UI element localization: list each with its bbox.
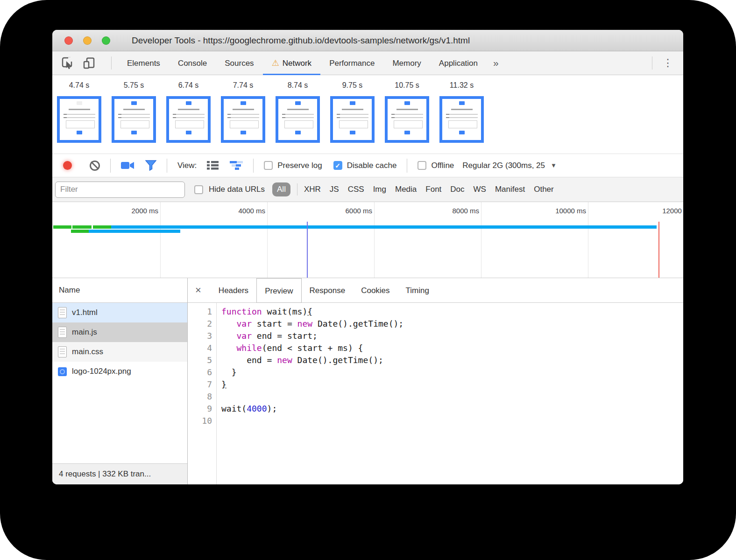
tab-memory[interactable]: Memory xyxy=(383,51,430,75)
name-column-header[interactable]: Name xyxy=(52,278,187,303)
devtools-menu-icon[interactable]: ⋮ xyxy=(659,57,677,69)
thumbnail-sketch xyxy=(175,120,204,128)
file-row-v1-html[interactable]: v1.html xyxy=(52,303,187,322)
filter-type-doc[interactable]: Doc xyxy=(450,185,464,194)
frame-thumbnail[interactable] xyxy=(330,96,375,143)
disable-cache-checkbox[interactable]: ✓ xyxy=(333,161,342,170)
main-toolbar: ElementsConsoleSources⚠NetworkPerformanc… xyxy=(52,51,683,75)
detail-tab-response[interactable]: Response xyxy=(302,278,354,303)
device-toolbar-icon[interactable] xyxy=(83,57,95,69)
code-token: new xyxy=(297,319,313,329)
frame-thumbnail[interactable] xyxy=(221,96,265,143)
filter-type-img[interactable]: Img xyxy=(373,185,386,194)
list-view-icon[interactable] xyxy=(207,161,219,170)
caret-down-icon[interactable]: ▼ xyxy=(551,162,557,169)
throttling-select[interactable]: Regular 2G (300ms, 25 xyxy=(462,161,545,170)
inspect-element-icon[interactable] xyxy=(62,57,74,69)
filter-divider xyxy=(297,183,297,196)
toolbar-divider xyxy=(167,159,167,173)
tab-application[interactable]: Application xyxy=(430,51,487,75)
line-number: 4 xyxy=(188,342,212,354)
code-line: while(end < start + ms) { xyxy=(221,342,683,354)
frame-thumbnail[interactable] xyxy=(57,96,101,143)
file-row-logo-1024px-png[interactable]: logo-1024px.png xyxy=(52,362,187,381)
detail-tab-timing[interactable]: Timing xyxy=(398,278,437,303)
thumbnail-sketch xyxy=(459,101,465,105)
code-token xyxy=(221,319,237,329)
filmstrip-frame[interactable]: 8.74 s xyxy=(276,81,320,154)
code-token xyxy=(221,331,237,341)
zoom-window-button[interactable] xyxy=(102,36,110,45)
filmstrip-frame[interactable]: 5.75 s xyxy=(112,81,156,154)
filmstrip-frame[interactable]: 7.74 s xyxy=(221,81,265,154)
panel-tabs: ElementsConsoleSources⚠NetworkPerformanc… xyxy=(118,51,487,75)
filmstrip-frame[interactable]: 9.75 s xyxy=(330,81,375,154)
filter-type-font[interactable]: Font xyxy=(425,185,441,194)
disable-cache-label[interactable]: Disable cache xyxy=(347,161,397,170)
filmstrip-frame[interactable]: 11.32 s xyxy=(439,81,484,154)
more-tabs-button[interactable]: » xyxy=(487,57,505,69)
hide-data-urls-label[interactable]: Hide data URLs xyxy=(209,185,265,194)
network-toolbar: View: Preserve log ✓ Disable cache Offli… xyxy=(52,154,683,177)
thumbnail-sketch xyxy=(282,114,314,115)
tab-performance[interactable]: Performance xyxy=(320,51,383,75)
filter-type-media[interactable]: Media xyxy=(395,185,417,194)
filmstrip-frame[interactable]: 4.74 s xyxy=(57,81,101,154)
thumbnail-sketch xyxy=(178,109,199,110)
thumbnail-sketch xyxy=(337,114,368,115)
filter-input[interactable] xyxy=(55,182,185,198)
clear-icon[interactable] xyxy=(90,161,100,171)
detail-tab-preview[interactable]: Preview xyxy=(256,278,301,303)
thumbnail-sketch xyxy=(241,101,246,105)
filter-type-all[interactable]: All xyxy=(272,182,290,196)
filmstrip-frame[interactable]: 10.75 s xyxy=(385,81,429,154)
thumbnail-sketch xyxy=(337,117,368,118)
file-row-main-css[interactable]: main.css xyxy=(52,342,187,362)
filter-type-ws[interactable]: WS xyxy=(474,185,486,194)
tab-elements[interactable]: Elements xyxy=(118,51,169,75)
preserve-log-checkbox[interactable] xyxy=(264,161,273,170)
filter-type-css[interactable]: CSS xyxy=(348,185,364,194)
filmstrip-frame[interactable]: 6.74 s xyxy=(166,81,211,154)
code-line: function wait(ms){ xyxy=(221,306,683,318)
thumbnail-sketch xyxy=(295,131,301,134)
thumbnail-sketch xyxy=(131,101,137,105)
capture-screenshots-icon[interactable] xyxy=(121,161,134,170)
timeline-overview[interactable]: 2000 ms4000 ms6000 ms8000 ms10000 ms1200… xyxy=(52,202,683,278)
tab-console[interactable]: Console xyxy=(169,51,216,75)
record-button[interactable] xyxy=(63,161,72,170)
filter-type-js[interactable]: JS xyxy=(330,185,339,194)
detail-tab-headers[interactable]: Headers xyxy=(211,278,256,303)
thumbnail-sketch xyxy=(350,101,355,105)
filter-type-manifest[interactable]: Manifest xyxy=(495,185,525,194)
frame-thumbnail[interactable] xyxy=(112,96,156,143)
waterfall-view-icon[interactable] xyxy=(230,161,243,170)
code-token: } xyxy=(221,367,237,377)
close-window-button[interactable] xyxy=(64,36,73,45)
filter-type-other[interactable]: Other xyxy=(534,185,554,194)
close-icon[interactable]: × xyxy=(195,284,201,296)
thumbnail-sketch xyxy=(131,131,137,134)
frame-thumbnail[interactable] xyxy=(439,96,484,143)
offline-label[interactable]: Offline xyxy=(431,161,454,170)
tab-sources[interactable]: Sources xyxy=(216,51,262,75)
thumbnail-sketch xyxy=(284,120,313,128)
minimize-window-button[interactable] xyxy=(83,36,92,45)
frame-timestamp: 10.75 s xyxy=(385,81,429,91)
thumbnail-sketch xyxy=(77,131,82,134)
preserve-log-label[interactable]: Preserve log xyxy=(277,161,322,170)
offline-checkbox[interactable] xyxy=(418,161,426,170)
waterfall-bar xyxy=(111,225,656,229)
filter-type-xhr[interactable]: XHR xyxy=(304,185,321,194)
thumbnail-sketch xyxy=(287,109,309,110)
tab-network[interactable]: ⚠Network xyxy=(263,51,321,75)
detail-tab-cookies[interactable]: Cookies xyxy=(353,278,397,303)
hide-data-urls-checkbox[interactable] xyxy=(194,185,203,194)
thumbnail-sketch xyxy=(227,117,259,118)
frame-thumbnail[interactable] xyxy=(385,96,429,143)
file-row-main-js[interactable]: main.js xyxy=(52,322,187,342)
frame-thumbnail[interactable] xyxy=(276,96,320,143)
filter-icon[interactable] xyxy=(145,160,156,171)
toolbar-divider xyxy=(407,159,407,173)
frame-thumbnail[interactable] xyxy=(166,96,211,143)
